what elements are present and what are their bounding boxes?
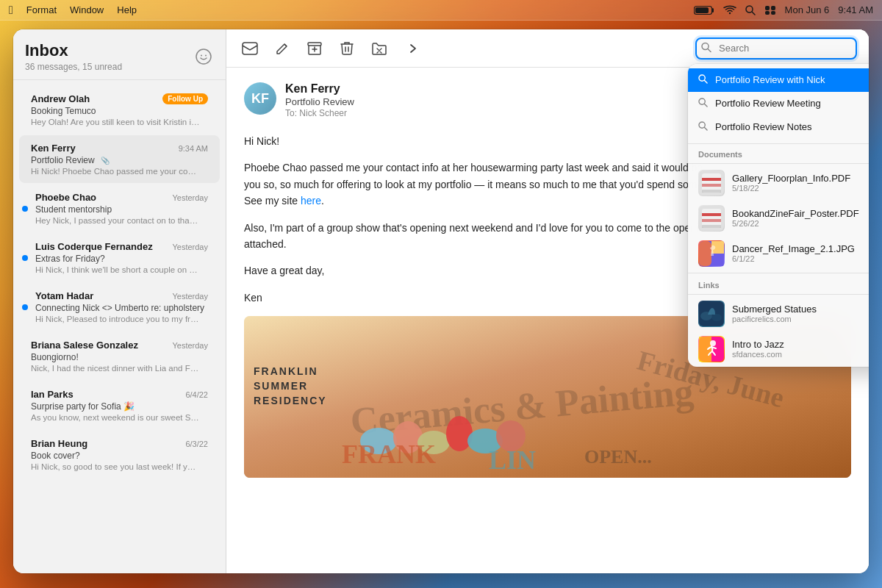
svg-rect-33 <box>699 241 711 266</box>
doc-item-1[interactable]: BookandZineFair_Poster.PDF 5/26/22 <box>688 201 869 236</box>
spotlight-icon[interactable] <box>745 5 756 15</box>
toolbar-archive-btn[interactable] <box>303 37 326 60</box>
links-divider2 <box>688 294 869 295</box>
mail-icon <box>242 42 258 55</box>
toolbar-trash-btn[interactable] <box>335 37 359 60</box>
search-suggestion-0[interactable]: Portfolio Review with Nick <box>688 68 869 92</box>
time-ian: 6/4/22 <box>185 390 208 399</box>
mail-item-phoebe[interactable]: Phoebe Chao Yesterday Student mentorship… <box>19 184 220 232</box>
search-area: Portfolio Review with Nick Portfolio Rev… <box>695 37 857 60</box>
menubar-time: 9:41 AM <box>838 4 873 15</box>
mail-item-ian[interactable]: Ian Parks 6/4/22 Surprise party for Sofi… <box>19 381 220 429</box>
sender-avatar: KF <box>244 82 276 115</box>
inbox-title: Inbox <box>25 41 122 60</box>
archive-icon <box>307 41 322 56</box>
svg-rect-13 <box>308 43 321 46</box>
sidebar-compose-icon <box>196 49 212 65</box>
link-item-0[interactable]: Submerged Statues pacificrelics.com <box>688 296 869 331</box>
toolbar-mail-btn[interactable] <box>238 37 262 60</box>
doc-date-0: 5/18/22 <box>732 184 869 193</box>
svg-rect-1 <box>711 8 714 12</box>
follow-up-badge: Follow Up <box>162 93 208 104</box>
time-phoebe: Yesterday <box>172 193 208 202</box>
svg-text:OPEN...: OPEN... <box>584 446 652 467</box>
doc-name-0: Gallery_Floorplan_Info.PDF <box>732 173 869 184</box>
search-suggestions-section: Portfolio Review with Nick Portfolio Rev… <box>688 64 869 144</box>
search-magnifier-icon <box>701 42 711 54</box>
search-input[interactable] <box>695 37 857 60</box>
mail-item-luis[interactable]: Luis Coderque Fernandez Yesterday Extras… <box>19 234 220 282</box>
menubar-format[interactable]: Format <box>26 4 57 15</box>
subject-briana: Buongiorno! <box>31 352 208 362</box>
email-site-link[interactable]: here <box>301 195 321 207</box>
svg-text:FRANKLIN: FRANKLIN <box>254 365 318 377</box>
svg-rect-31 <box>702 225 721 228</box>
svg-point-9 <box>196 49 211 64</box>
toolbar: Portfolio Review with Nick Portfolio Rev… <box>226 29 869 68</box>
svg-text:RESIDENCY: RESIDENCY <box>254 395 327 406</box>
main-content: Portfolio Review with Nick Portfolio Rev… <box>226 29 869 573</box>
suggestion-text-0: Portfolio Review with Nick <box>715 74 825 85</box>
svg-line-17 <box>704 80 707 83</box>
mail-app-window: Inbox 36 messages, 15 unread <box>13 29 869 573</box>
mail-item-briana[interactable]: Briana Salese Gonzalez Yesterday Buongio… <box>19 332 220 380</box>
compose-icon-btn[interactable] <box>193 46 214 67</box>
link-url-1: sfdances.com <box>732 350 869 359</box>
sidebar: Inbox 36 messages, 15 unread <box>13 29 226 573</box>
svg-line-21 <box>704 127 707 130</box>
sender-phoebe: Phoebe Chao <box>35 192 96 203</box>
doc-date-1: 5/26/22 <box>732 219 869 228</box>
link-info-0: Submerged Statues pacificrelics.com <box>732 304 869 323</box>
svg-rect-25 <box>702 184 721 187</box>
control-center-icon[interactable] <box>764 5 776 15</box>
menubar-help[interactable]: Help <box>117 4 137 15</box>
svg-rect-24 <box>702 178 721 181</box>
toolbar-more-btn[interactable] <box>401 37 425 60</box>
link-name-1: Intro to Jazz <box>732 339 869 350</box>
doc-item-0[interactable]: Gallery_Floorplan_Info.PDF 5/18/22 <box>688 165 869 201</box>
svg-point-51 <box>446 416 473 451</box>
time-briana: Yesterday <box>172 341 208 350</box>
time-luis: Yesterday <box>172 243 208 251</box>
preview-yotam: Hi Nick, Pleased to introduce you to my … <box>31 315 200 323</box>
apple-menu[interactable]:  <box>9 4 13 17</box>
doc-item-2[interactable]: Dancer_Ref_Image_2.1.JPG 6/1/22 <box>688 236 869 271</box>
mail-item-brian[interactable]: Brian Heung 6/3/22 Book cover? Hi Nick, … <box>19 431 220 478</box>
mail-item-ken[interactable]: Ken Ferry 9:34 AM Portfolio Review 📎 Hi … <box>19 135 220 183</box>
doc-name-2: Dancer_Ref_Image_2.1.JPG <box>732 243 869 254</box>
svg-rect-2 <box>695 7 709 13</box>
svg-rect-29 <box>702 213 721 216</box>
mail-item-andrew[interactable]: Andrew Olah Follow Up Booking Temuco Hey… <box>19 86 220 134</box>
toolbar-compose-btn[interactable] <box>270 37 294 60</box>
svg-line-15 <box>708 49 711 51</box>
menubar-left:  Format Window Help <box>9 4 137 17</box>
search-suggestion-1[interactable]: Portfolio Review Meeting <box>688 92 869 115</box>
chevron-right-icon <box>407 43 419 54</box>
svg-rect-6 <box>771 6 775 10</box>
preview-brian: Hi Nick, so good to see you last week! I… <box>31 462 200 471</box>
link-icon-ocean <box>698 301 725 327</box>
preview-ken: Hi Nick! Phoebe Chao passed me your cont… <box>31 167 200 176</box>
preview-ian: As you know, next weekend is our sweet S… <box>31 413 200 422</box>
svg-rect-40 <box>699 337 711 362</box>
link-item-1[interactable]: Intro to Jazz sfdances.com <box>688 331 869 367</box>
suggestion-search-icon-0 <box>698 74 708 86</box>
inbox-subtitle: 36 messages, 15 unread <box>25 62 122 72</box>
mail-item-yotam[interactable]: Yotam Hadar Yesterday Connecting Nick <>… <box>19 283 220 331</box>
svg-rect-8 <box>771 11 775 15</box>
links-divider <box>688 273 869 273</box>
svg-rect-12 <box>243 43 257 54</box>
svg-text:FRANK: FRANK <box>342 440 436 469</box>
link-name-0: Submerged Statues <box>732 304 869 315</box>
time-yotam: Yesterday <box>172 292 208 301</box>
toolbar-move-btn[interactable] <box>368 37 391 60</box>
search-suggestion-2[interactable]: Portfolio Review Notes <box>688 115 869 139</box>
time-brian: 6/3/22 <box>185 440 208 448</box>
suggestion-search-icon-1 <box>698 98 708 110</box>
svg-point-10 <box>201 55 202 57</box>
doc-info-0: Gallery_Floorplan_Info.PDF 5/18/22 <box>732 173 869 193</box>
sender-ken: Ken Ferry <box>31 143 76 154</box>
svg-point-11 <box>205 55 207 57</box>
sidebar-header: Inbox 36 messages, 15 unread <box>13 29 226 80</box>
menubar-window[interactable]: Window <box>70 4 104 15</box>
